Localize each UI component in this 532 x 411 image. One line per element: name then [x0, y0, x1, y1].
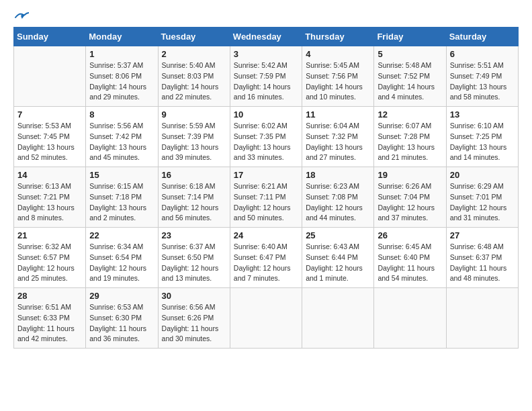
day-number: 1 [89, 49, 154, 59]
day-info: Sunrise: 6:56 AM Sunset: 6:26 PM Dayligh… [162, 302, 226, 345]
day-header-wednesday: Wednesday [230, 28, 302, 46]
day-info: Sunrise: 6:43 AM Sunset: 6:44 PM Dayligh… [306, 242, 370, 284]
day-info: Sunrise: 5:48 AM Sunset: 7:52 PM Dayligh… [378, 60, 442, 103]
calendar-cell: 6Sunrise: 5:51 AM Sunset: 7:49 PM Daylig… [446, 46, 518, 107]
day-info: Sunrise: 6:51 AM Sunset: 6:33 PM Dayligh… [17, 302, 82, 345]
calendar-cell: 27Sunrise: 6:48 AM Sunset: 6:37 PM Dayli… [446, 228, 518, 288]
day-header-sunday: Sunday [14, 28, 86, 46]
calendar-cell: 14Sunrise: 6:13 AM Sunset: 7:21 PM Dayli… [14, 167, 86, 228]
calendar-cell: 29Sunrise: 6:53 AM Sunset: 6:30 PM Dayli… [86, 288, 158, 349]
day-number: 11 [306, 109, 370, 120]
week-row-1: 1Sunrise: 5:37 AM Sunset: 8:06 PM Daylig… [14, 46, 519, 107]
logo-bird-icon [14, 11, 29, 23]
calendar-cell: 19Sunrise: 6:26 AM Sunset: 7:04 PM Dayli… [374, 167, 446, 228]
day-number: 7 [17, 109, 82, 120]
logo [13, 13, 29, 20]
calendar-cell [446, 288, 518, 349]
calendar-cell: 7Sunrise: 5:53 AM Sunset: 7:45 PM Daylig… [14, 107, 86, 167]
calendar-cell [374, 288, 446, 349]
day-info: Sunrise: 6:21 AM Sunset: 7:11 PM Dayligh… [234, 181, 298, 224]
calendar-cell: 13Sunrise: 6:10 AM Sunset: 7:25 PM Dayli… [446, 107, 518, 167]
day-number: 25 [306, 230, 370, 240]
day-number: 27 [450, 230, 515, 240]
day-info: Sunrise: 5:42 AM Sunset: 7:59 PM Dayligh… [234, 60, 298, 103]
calendar-cell: 4Sunrise: 5:45 AM Sunset: 7:56 PM Daylig… [302, 46, 374, 107]
day-number: 4 [306, 49, 370, 59]
calendar-cell: 25Sunrise: 6:43 AM Sunset: 6:44 PM Dayli… [302, 228, 374, 288]
day-info: Sunrise: 6:02 AM Sunset: 7:35 PM Dayligh… [234, 121, 298, 163]
day-info: Sunrise: 6:48 AM Sunset: 6:37 PM Dayligh… [450, 242, 515, 284]
calendar-cell: 30Sunrise: 6:56 AM Sunset: 6:26 PM Dayli… [158, 288, 230, 349]
day-info: Sunrise: 5:53 AM Sunset: 7:45 PM Dayligh… [17, 121, 82, 163]
calendar-cell: 3Sunrise: 5:42 AM Sunset: 7:59 PM Daylig… [230, 46, 302, 107]
calendar-cell: 26Sunrise: 6:45 AM Sunset: 6:40 PM Dayli… [374, 228, 446, 288]
calendar-cell: 24Sunrise: 6:40 AM Sunset: 6:47 PM Dayli… [230, 228, 302, 288]
day-header-thursday: Thursday [302, 28, 374, 46]
day-info: Sunrise: 5:51 AM Sunset: 7:49 PM Dayligh… [450, 60, 515, 103]
calendar-cell: 11Sunrise: 6:04 AM Sunset: 7:32 PM Dayli… [302, 107, 374, 167]
day-number: 6 [450, 49, 515, 59]
calendar-cell: 17Sunrise: 6:21 AM Sunset: 7:11 PM Dayli… [230, 167, 302, 228]
day-info: Sunrise: 6:53 AM Sunset: 6:30 PM Dayligh… [89, 302, 154, 345]
day-number: 30 [162, 291, 226, 301]
calendar-cell: 9Sunrise: 5:59 AM Sunset: 7:39 PM Daylig… [158, 107, 230, 167]
calendar-cell [302, 288, 374, 349]
day-number: 20 [450, 170, 515, 180]
day-header-monday: Monday [86, 28, 158, 46]
week-row-4: 21Sunrise: 6:32 AM Sunset: 6:57 PM Dayli… [14, 228, 519, 288]
day-number: 21 [17, 230, 82, 240]
calendar-cell [230, 288, 302, 349]
day-info: Sunrise: 6:40 AM Sunset: 6:47 PM Dayligh… [234, 242, 298, 284]
day-number: 18 [306, 170, 370, 180]
calendar-cell: 28Sunrise: 6:51 AM Sunset: 6:33 PM Dayli… [14, 288, 86, 349]
day-number: 17 [234, 170, 298, 180]
day-info: Sunrise: 5:56 AM Sunset: 7:42 PM Dayligh… [89, 121, 154, 163]
day-number: 28 [17, 291, 82, 301]
day-number: 23 [162, 230, 226, 240]
day-info: Sunrise: 5:37 AM Sunset: 8:06 PM Dayligh… [89, 60, 154, 103]
calendar-cell: 18Sunrise: 6:23 AM Sunset: 7:08 PM Dayli… [302, 167, 374, 228]
day-info: Sunrise: 6:45 AM Sunset: 6:40 PM Dayligh… [378, 242, 442, 284]
day-number: 3 [234, 49, 298, 59]
day-number: 22 [89, 230, 154, 240]
week-row-5: 28Sunrise: 6:51 AM Sunset: 6:33 PM Dayli… [14, 288, 519, 349]
day-info: Sunrise: 6:18 AM Sunset: 7:14 PM Dayligh… [162, 181, 226, 224]
calendar-cell: 21Sunrise: 6:32 AM Sunset: 6:57 PM Dayli… [14, 228, 86, 288]
day-info: Sunrise: 5:59 AM Sunset: 7:39 PM Dayligh… [162, 121, 226, 163]
day-number: 13 [450, 109, 515, 120]
calendar-cell: 8Sunrise: 5:56 AM Sunset: 7:42 PM Daylig… [86, 107, 158, 167]
calendar-cell: 12Sunrise: 6:07 AM Sunset: 7:28 PM Dayli… [374, 107, 446, 167]
day-number: 2 [162, 49, 226, 59]
calendar-cell: 2Sunrise: 5:40 AM Sunset: 8:03 PM Daylig… [158, 46, 230, 107]
day-number: 5 [378, 49, 442, 59]
day-info: Sunrise: 6:13 AM Sunset: 7:21 PM Dayligh… [17, 181, 82, 224]
calendar-cell: 10Sunrise: 6:02 AM Sunset: 7:35 PM Dayli… [230, 107, 302, 167]
day-info: Sunrise: 6:29 AM Sunset: 7:01 PM Dayligh… [450, 181, 515, 224]
calendar-cell [14, 46, 86, 107]
day-number: 29 [89, 291, 154, 301]
day-info: Sunrise: 6:07 AM Sunset: 7:28 PM Dayligh… [378, 121, 442, 163]
day-info: Sunrise: 6:10 AM Sunset: 7:25 PM Dayligh… [450, 121, 515, 163]
day-number: 8 [89, 109, 154, 120]
day-number: 14 [17, 170, 82, 180]
day-number: 9 [162, 109, 226, 120]
calendar-table: SundayMondayTuesdayWednesdayThursdayFrid… [13, 27, 519, 349]
day-number: 10 [234, 109, 298, 120]
day-number: 12 [378, 109, 442, 120]
header-row: SundayMondayTuesdayWednesdayThursdayFrid… [14, 28, 519, 46]
day-info: Sunrise: 6:15 AM Sunset: 7:18 PM Dayligh… [89, 181, 154, 224]
day-info: Sunrise: 6:23 AM Sunset: 7:08 PM Dayligh… [306, 181, 370, 224]
day-info: Sunrise: 6:04 AM Sunset: 7:32 PM Dayligh… [306, 121, 370, 163]
day-header-saturday: Saturday [446, 28, 518, 46]
page-header [13, 13, 519, 20]
calendar-cell: 1Sunrise: 5:37 AM Sunset: 8:06 PM Daylig… [86, 46, 158, 107]
day-number: 24 [234, 230, 298, 240]
day-number: 26 [378, 230, 442, 240]
calendar-cell: 16Sunrise: 6:18 AM Sunset: 7:14 PM Dayli… [158, 167, 230, 228]
day-header-tuesday: Tuesday [158, 28, 230, 46]
calendar-cell: 15Sunrise: 6:15 AM Sunset: 7:18 PM Dayli… [86, 167, 158, 228]
day-number: 16 [162, 170, 226, 180]
day-info: Sunrise: 5:40 AM Sunset: 8:03 PM Dayligh… [162, 60, 226, 103]
day-info: Sunrise: 5:45 AM Sunset: 7:56 PM Dayligh… [306, 60, 370, 103]
calendar-cell: 5Sunrise: 5:48 AM Sunset: 7:52 PM Daylig… [374, 46, 446, 107]
